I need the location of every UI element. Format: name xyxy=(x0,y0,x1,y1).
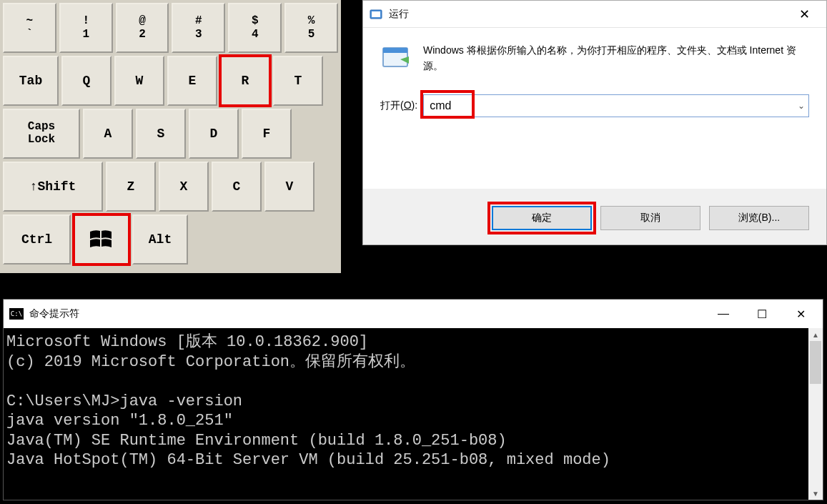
key-windows[interactable] xyxy=(74,214,129,265)
key-w[interactable]: W xyxy=(114,56,164,106)
run-cancel-button[interactable]: 取消 xyxy=(600,206,700,230)
key-z[interactable]: Z xyxy=(106,162,156,212)
key-tab[interactable]: Tab xyxy=(3,56,59,106)
close-icon: ✕ xyxy=(796,307,806,321)
close-icon: ✕ xyxy=(799,6,810,22)
run-open-label: 打开(O): xyxy=(380,99,417,112)
cmd-minimize-button[interactable]: ― xyxy=(704,301,743,327)
onscreen-keyboard: ~` !1 @2 #3 $4 %5 Tab Q W E R T Caps Loc… xyxy=(0,0,341,273)
run-titlebar[interactable]: 运行 ✕ xyxy=(363,1,826,28)
cmd-maximize-button[interactable]: ☐ xyxy=(743,301,781,327)
key-2[interactable]: @2 xyxy=(116,3,169,53)
key-e[interactable]: E xyxy=(167,56,217,106)
key-t[interactable]: T xyxy=(273,56,323,106)
run-app-icon xyxy=(380,42,412,74)
key-ctrl[interactable]: Ctrl xyxy=(3,214,71,265)
key-5[interactable]: %5 xyxy=(284,3,338,53)
key-1[interactable]: !1 xyxy=(59,3,113,53)
key-r[interactable]: R xyxy=(220,56,270,106)
windows-logo-icon xyxy=(89,229,114,250)
maximize-icon: ☐ xyxy=(757,307,767,321)
cmd-title: 命令提示符 xyxy=(29,307,704,320)
key-shift[interactable]: ↑Shift xyxy=(3,162,103,212)
key-x[interactable]: X xyxy=(159,162,209,212)
minimize-icon: ― xyxy=(718,307,729,320)
cmd-title-icon: C:\ xyxy=(9,308,24,320)
svg-rect-1 xyxy=(372,11,380,17)
key-v[interactable]: V xyxy=(264,162,315,212)
scroll-thumb[interactable] xyxy=(810,341,821,384)
svg-rect-3 xyxy=(383,48,407,53)
key-f[interactable]: F xyxy=(242,109,292,159)
run-browse-button[interactable]: 浏览(B)... xyxy=(709,206,809,230)
run-title-icon xyxy=(369,7,383,21)
run-ok-button[interactable]: 确定 xyxy=(492,206,592,230)
cmd-titlebar[interactable]: C:\ 命令提示符 ― ☐ ✕ xyxy=(4,300,823,328)
key-a[interactable]: A xyxy=(83,109,133,159)
cmd-scrollbar[interactable]: ▲ ▼ xyxy=(808,328,823,500)
key-c[interactable]: C xyxy=(212,162,262,212)
key-4[interactable]: $4 xyxy=(228,3,282,53)
scroll-up-button[interactable]: ▲ xyxy=(808,328,823,341)
run-description: Windows 将根据你所输入的名称，为你打开相应的程序、文件夹、文档或 Int… xyxy=(423,42,809,74)
key-backtick[interactable]: ~` xyxy=(3,3,56,53)
cmd-window: C:\ 命令提示符 ― ☐ ✕ Microsoft Windows [版本 10… xyxy=(3,299,823,500)
run-open-input[interactable] xyxy=(423,94,809,117)
key-s[interactable]: S xyxy=(136,109,186,159)
key-q[interactable]: Q xyxy=(61,56,112,106)
run-button-row: 确定 取消 浏览(B)... xyxy=(363,189,826,244)
key-3[interactable]: #3 xyxy=(172,3,225,53)
cmd-output[interactable]: Microsoft Windows [版本 10.0.18362.900] (c… xyxy=(4,328,823,470)
key-capslock[interactable]: Caps Lock xyxy=(3,109,80,159)
scroll-down-button[interactable]: ▼ xyxy=(808,487,823,500)
cmd-close-button[interactable]: ✕ xyxy=(781,301,820,327)
run-dialog: 运行 ✕ Windows 将根据你所输入的名称，为你打开相应的程序、文件夹、文档… xyxy=(362,0,827,245)
run-close-button[interactable]: ✕ xyxy=(788,3,821,26)
key-d[interactable]: D xyxy=(189,109,239,159)
key-alt[interactable]: Alt xyxy=(132,214,188,265)
run-title: 运行 xyxy=(389,8,788,21)
